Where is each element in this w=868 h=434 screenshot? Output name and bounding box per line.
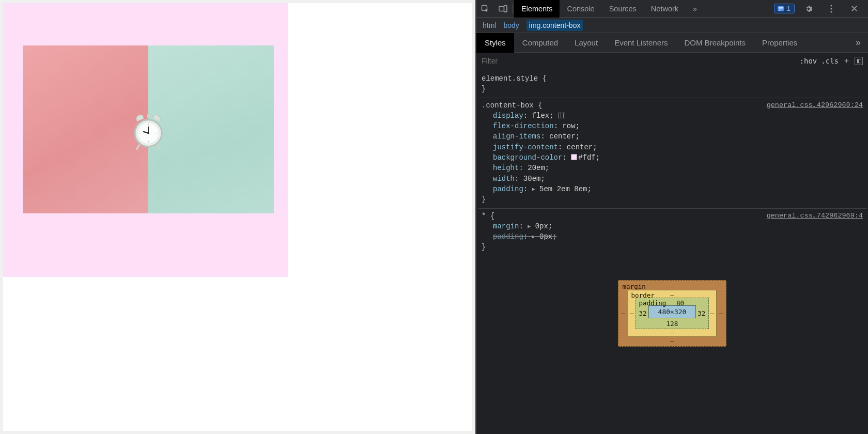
svg-rect-18 bbox=[779, 8, 783, 9]
svg-point-8 bbox=[147, 132, 149, 134]
crumb-body[interactable]: body bbox=[503, 21, 519, 29]
crumb-html[interactable]: html bbox=[483, 21, 496, 29]
devtools-toolbar: Elements Console Sources Network » 1 ✕ bbox=[476, 0, 868, 18]
content-box-element[interactable] bbox=[3, 3, 288, 277]
devtools-tabs: Elements Console Sources Network » bbox=[514, 0, 704, 18]
page-canvas bbox=[3, 3, 472, 431]
subtab-properties[interactable]: Properties bbox=[754, 33, 805, 53]
devtools-panel: Elements Console Sources Network » 1 ✕ h… bbox=[475, 0, 868, 434]
color-swatch-icon[interactable] bbox=[571, 154, 577, 160]
source-link[interactable]: general.css…42962969:24 bbox=[767, 100, 863, 111]
source-link[interactable]: general.css…742962969:4 bbox=[767, 211, 863, 221]
svg-rect-9 bbox=[147, 114, 149, 117]
clock-photo bbox=[23, 45, 274, 213]
flex-editor-icon[interactable] bbox=[558, 113, 565, 118]
subtab-event-listeners[interactable]: Event Listeners bbox=[606, 33, 676, 53]
tab-network[interactable]: Network bbox=[644, 0, 686, 18]
subtabs-overflow-icon[interactable]: » bbox=[848, 37, 868, 48]
subtab-layout[interactable]: Layout bbox=[566, 33, 606, 53]
svg-rect-19 bbox=[779, 10, 781, 10]
alarm-clock-icon bbox=[129, 109, 167, 151]
subtab-computed[interactable]: Computed bbox=[514, 33, 566, 53]
box-model-diagram[interactable]: margin – – – – border – – – – padding 80… bbox=[476, 258, 868, 434]
issues-count: 1 bbox=[787, 5, 791, 12]
subtab-dom-breakpoints[interactable]: DOM Breakpoints bbox=[676, 33, 754, 53]
css-rules-pane: element.style { } general.css…42962969:2… bbox=[476, 69, 868, 258]
expand-shorthand-icon[interactable]: ▶ bbox=[528, 223, 531, 231]
svg-rect-17 bbox=[779, 7, 783, 8]
subtab-styles[interactable]: Styles bbox=[476, 33, 514, 53]
inspect-element-icon[interactable] bbox=[476, 0, 494, 18]
dom-breadcrumb: html body img.content-box bbox=[476, 18, 868, 33]
tabs-overflow-icon[interactable]: » bbox=[686, 0, 704, 18]
kebab-menu-icon[interactable] bbox=[823, 0, 840, 18]
svg-line-11 bbox=[157, 144, 160, 149]
tab-sources[interactable]: Sources bbox=[602, 0, 644, 18]
svg-rect-13 bbox=[499, 6, 504, 11]
rule-content-box[interactable]: general.css…42962969:24 .content-box { d… bbox=[478, 98, 867, 209]
close-devtools-icon[interactable]: ✕ bbox=[845, 0, 863, 18]
device-toolbar-icon[interactable] bbox=[494, 0, 512, 18]
tab-console[interactable]: Console bbox=[560, 0, 601, 18]
svg-point-20 bbox=[830, 5, 832, 6]
styles-subtabs: Styles Computed Layout Event Listeners D… bbox=[476, 33, 868, 53]
settings-gear-icon[interactable] bbox=[800, 0, 817, 18]
svg-rect-14 bbox=[504, 6, 507, 12]
svg-point-22 bbox=[830, 11, 832, 12]
expand-shorthand-icon[interactable]: ▶ bbox=[532, 186, 535, 194]
issues-badge[interactable]: 1 bbox=[774, 4, 795, 13]
cls-toggle[interactable]: .cls bbox=[821, 57, 839, 65]
rule-universal[interactable]: general.css…742962969:4 * { margin: ▶ 0p… bbox=[478, 209, 867, 256]
page-viewport bbox=[0, 0, 475, 434]
svg-point-21 bbox=[830, 8, 832, 9]
box-model-content: 480×320 bbox=[648, 305, 696, 318]
expand-shorthand-icon[interactable]: ▶ bbox=[532, 234, 535, 241]
new-style-rule-icon[interactable]: ＋ bbox=[843, 56, 850, 66]
styles-filter-row: :hov .cls ＋ ◧ bbox=[476, 53, 868, 69]
svg-line-10 bbox=[136, 144, 140, 149]
computed-styles-sidebar-icon[interactable]: ◧ bbox=[855, 57, 863, 65]
rule-element-style[interactable]: element.style { } bbox=[478, 71, 867, 98]
tab-elements[interactable]: Elements bbox=[514, 0, 560, 18]
crumb-img-content-box[interactable]: img.content-box bbox=[526, 20, 583, 31]
hover-toggle[interactable]: :hov bbox=[800, 57, 817, 65]
styles-filter-input[interactable] bbox=[482, 57, 796, 65]
